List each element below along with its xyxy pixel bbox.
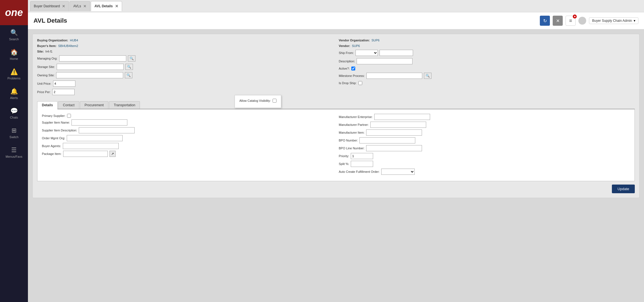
refresh-button[interactable]: ↻ [540,16,550,26]
right-col: Vendor Organization: SUP6 Vendor: SUP6 S… [339,39,635,97]
milestone-row: Milestone Process: 🔍 [339,73,635,79]
vendor-org-value[interactable]: SUP6 [371,39,380,42]
buyers-item-value[interactable]: SBHUB4Item2 [58,44,78,48]
bpo-number-label: BPO Number: [339,139,358,142]
unit-price-input[interactable] [53,81,75,87]
sidebar-item-search[interactable]: 🔍 Search [0,25,28,45]
active-row: Active?: [339,67,635,70]
active-label: Active?: [339,67,350,70]
badge-count: ★ [573,15,577,18]
primary-supplier-checkbox[interactable] [67,114,71,118]
tab-close-avl-details[interactable]: ✕ [115,4,118,8]
tab-details-label: Details [42,103,53,107]
sidebar-item-problems[interactable]: ⚠️ Problems [0,64,28,84]
split-pct-row: Split %: [339,161,630,167]
description-input[interactable] [357,58,412,64]
main-area: Buyer Dashboard ✕ AVLs ✕ AVL Details ✕ A… [28,0,644,302]
milestone-input[interactable] [366,73,422,79]
bpo-line-number-input[interactable] [366,145,422,151]
manufacturer-partner-input[interactable] [370,122,426,128]
buying-org-value[interactable]: HUB4 [70,39,78,42]
managing-org-search-button[interactable]: 🔍 [128,55,135,62]
order-mgmt-org-input[interactable] [67,135,123,141]
active-checkbox[interactable] [351,67,355,70]
details-tab-content: Primary Supplier: Supplier Item Name: Su… [37,109,635,181]
user-dropdown[interactable]: Buyer Supply Chain Admin ▾ [589,17,638,24]
vendor-value[interactable]: SUP6 [352,44,360,48]
price-per-input[interactable] [52,89,75,95]
tab-close-avls[interactable]: ✕ [83,4,87,8]
is-drop-ship-checkbox[interactable] [358,81,362,85]
manufacturer-item-input[interactable] [366,129,422,136]
tab-bar: Buyer Dashboard ✕ AVLs ✕ AVL Details ✕ [28,0,644,12]
sidebar-item-menus[interactable]: ☰ Menus/Favs [0,143,28,162]
supplier-item-desc-input[interactable] [79,127,135,133]
close-button[interactable]: ✕ [553,16,563,26]
app-logo[interactable]: one [0,0,28,25]
manufacturer-enterprise-input[interactable] [374,114,430,120]
priority-input[interactable] [351,153,373,159]
supplier-item-desc-label: Supplier Item Description: [42,129,77,132]
ship-from-select[interactable] [356,50,378,56]
warning-icon: ⚠️ [10,68,18,76]
tab-close-buyer-dashboard[interactable]: ✕ [62,4,65,8]
menu-icon: ☰ [11,147,17,154]
storage-site-search-button[interactable]: 🔍 [125,64,133,70]
tab-buyer-dashboard[interactable]: Buyer Dashboard ✕ [30,1,69,11]
managing-org-input[interactable] [59,55,126,62]
details-right: Manufacturer Enterprise: Manufacturer Pa… [339,114,630,176]
priority-row: Priority: [339,153,630,159]
price-per-row: Price Per: [37,89,333,95]
owning-site-input[interactable] [56,72,123,78]
sidebar-label-chats: Chats [10,116,18,119]
vendor-row: Vendor: SUP6 [339,44,635,48]
vendor-org-row: Vendor Organization: SUP6 [339,39,635,42]
split-pct-input[interactable] [351,161,373,167]
buyers-item-label: Buyer's Item: [37,44,56,48]
manufacturer-enterprise-row: Manufacturer Enterprise: [339,114,630,120]
supplier-item-name-row: Supplier Item Name: [42,119,333,126]
tab-details[interactable]: Details [37,101,58,109]
tab-avl-details[interactable]: AVL Details ✕ [91,1,122,11]
tab-procurement[interactable]: Procurement [80,101,109,109]
vendor-label: Vendor: [339,44,350,48]
supplier-item-name-input[interactable] [71,119,127,126]
manufacturer-partner-row: Manufacturer Partner: [339,122,630,128]
bpo-number-input[interactable] [359,137,415,143]
is-drop-ship-row: Is Drop Ship: [339,81,635,85]
sidebar-label-search: Search [9,37,19,41]
storage-site-row: Storage Site: 🔍 [37,64,333,70]
storage-site-input[interactable] [57,64,124,70]
owning-site-row: Owning Site: 🔍 [37,72,333,78]
user-label: Buyer Supply Chain Admin [592,19,632,23]
buyer-agents-input[interactable] [63,143,119,149]
auto-create-select[interactable] [381,169,415,175]
sidebar-item-chats[interactable]: 💬 Chats [0,103,28,123]
package-item-open-button[interactable]: ↗ [109,151,116,157]
header-actions: ↻ ✕ ≡ ★ Buyer Supply Chain Admin ▾ [540,16,638,26]
allow-catalog-checkbox[interactable] [273,99,276,103]
owning-site-search-button[interactable]: 🔍 [125,72,132,78]
milestone-search-button[interactable]: 🔍 [424,73,431,79]
sidebar-item-alerts[interactable]: 🔔 Alerts [0,84,28,103]
primary-supplier-row: Primary Supplier: [42,114,333,118]
tab-avls[interactable]: AVLs ✕ [70,1,90,11]
tab-transportation[interactable]: Transportation [109,101,140,109]
milestone-label: Milestone Process: [339,74,365,77]
allow-catalog-row: Allow Catalog Visibility: [239,99,276,103]
notification-badge[interactable]: ≡ ★ [566,16,576,26]
sidebar-item-switch[interactable]: ⊞ Switch [0,123,28,143]
ship-from-input[interactable] [380,50,413,56]
manufacturer-partner-label: Manufacturer Partner: [339,123,369,126]
switch-icon: ⊞ [11,127,16,134]
manufacturer-enterprise-label: Manufacturer Enterprise: [339,115,373,119]
sidebar-item-home[interactable]: 🏠 Home [0,45,28,64]
order-mgmt-org-label: Order Mgmt Org: [42,136,65,140]
tab-contact[interactable]: Contact [58,101,79,109]
package-item-row: Package Item: ↗ [42,151,333,157]
sidebar-label-switch: Switch [9,135,18,139]
package-item-input[interactable] [63,151,108,157]
buying-org-row: Buying Organization: HUB4 [37,39,333,42]
update-button[interactable]: Update [612,185,635,193]
price-per-label: Price Per: [37,90,51,94]
